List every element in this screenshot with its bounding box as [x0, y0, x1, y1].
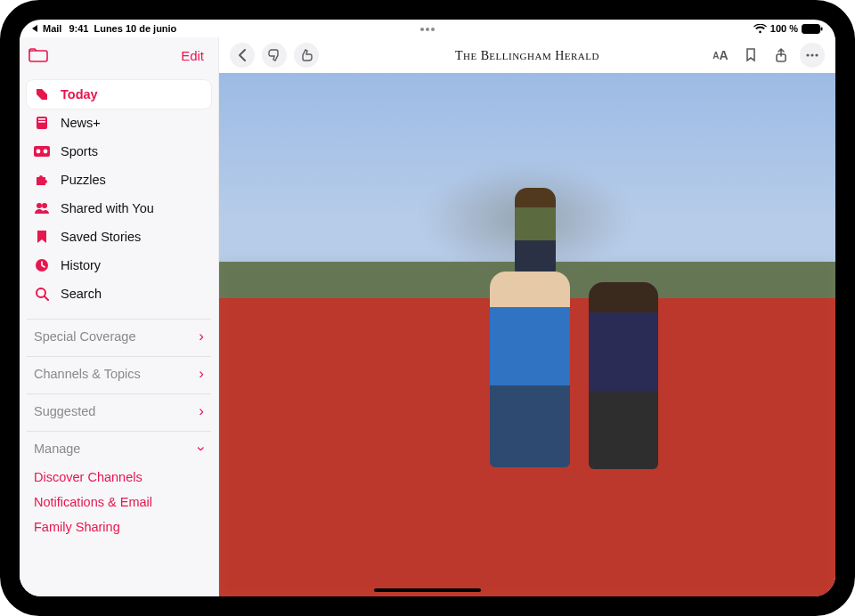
svg-point-10: [37, 150, 41, 154]
sidebar-section-label: Manage: [34, 442, 80, 456]
more-button[interactable]: [800, 43, 825, 68]
svg-point-11: [44, 150, 48, 154]
thumbs-down-button[interactable]: [262, 43, 287, 68]
search-icon: [34, 286, 50, 302]
svg-point-2: [431, 28, 435, 31]
sidebar-section-label: Suggested: [34, 404, 95, 418]
sidebar-section-label: Channels & Topics: [34, 367, 141, 381]
sidebar-section-channels-topics[interactable]: Channels & Topics ›: [27, 356, 211, 390]
back-to-app-label[interactable]: Mail: [43, 23, 61, 34]
svg-point-1: [426, 28, 429, 31]
svg-rect-3: [802, 24, 820, 33]
chevron-down-icon: ›: [192, 446, 210, 451]
sidebar-item-label: Puzzles: [61, 173, 106, 187]
chevron-right-icon: ›: [199, 328, 204, 345]
sidebar-item-today[interactable]: Today: [27, 80, 211, 109]
edit-button[interactable]: Edit: [181, 48, 204, 63]
sidebar-section-suggested[interactable]: Suggested ›: [27, 393, 211, 427]
newsplus-icon: [34, 115, 50, 131]
back-to-app-caret-icon[interactable]: [32, 25, 37, 32]
sidebar-section-label: Special Coverage: [34, 329, 135, 344]
back-button[interactable]: [230, 43, 255, 68]
bookmark-icon: [34, 229, 50, 245]
share-button[interactable]: [770, 44, 793, 67]
svg-rect-5: [29, 51, 47, 61]
photo-child-figure: [515, 188, 556, 275]
article-pane: THE BELLINGHAM HERALD AA: [219, 37, 835, 596]
text-size-button[interactable]: AA: [709, 44, 732, 67]
publication-title: THE BELLINGHAM HERALD: [455, 48, 599, 63]
thumbs-up-button[interactable]: [294, 43, 319, 68]
home-indicator[interactable]: [374, 588, 481, 592]
sidebar-item-label: Search: [61, 287, 102, 301]
article-toolbar: THE BELLINGHAM HERALD AA: [219, 37, 835, 73]
sidebar-item-shared[interactable]: Shared with You: [27, 194, 211, 223]
screen: Mail 9:41 Lunes 10 de junio 100 %: [20, 20, 835, 596]
sidebar-link-family-sharing[interactable]: Family Sharing: [27, 515, 211, 539]
bookmark-button[interactable]: [739, 44, 762, 67]
chevron-right-icon: ›: [199, 365, 204, 383]
sidebar-link-discover-channels[interactable]: Discover Channels: [27, 465, 211, 490]
scoreboard-icon: [34, 143, 50, 159]
people-icon: [34, 200, 50, 216]
photo-man-figure: [490, 272, 570, 467]
article-hero-image: [219, 73, 835, 596]
svg-point-19: [810, 53, 813, 56]
svg-rect-7: [38, 118, 45, 120]
svg-rect-8: [38, 121, 45, 123]
sidebar-item-saved[interactable]: Saved Stories: [27, 223, 211, 251]
sidebar-item-label: Shared with You: [61, 201, 154, 215]
sidebar-header: Edit: [20, 37, 218, 73]
sidebar-link-notifications-email[interactable]: Notifications & Email: [27, 490, 211, 515]
svg-point-0: [420, 28, 424, 31]
news-icon: [34, 86, 50, 102]
sidebar-item-label: Sports: [61, 144, 98, 158]
sidebar: Edit Today News+: [20, 37, 219, 596]
battery-label: 100 %: [770, 23, 798, 34]
folder-icon[interactable]: [28, 48, 48, 62]
photo-woman-figure: [589, 282, 658, 469]
svg-point-18: [806, 53, 809, 56]
sidebar-item-label: History: [61, 258, 101, 272]
wifi-icon: [753, 24, 767, 34]
multitask-dots-icon[interactable]: [419, 23, 436, 34]
sidebar-section-special-coverage[interactable]: Special Coverage ›: [27, 319, 211, 353]
svg-point-20: [815, 53, 818, 56]
puzzle-icon: [34, 172, 50, 188]
content-split: Edit Today News+: [20, 37, 835, 596]
sidebar-item-search[interactable]: Search: [27, 280, 211, 308]
sidebar-item-puzzles[interactable]: Puzzles: [27, 166, 211, 194]
svg-rect-4: [821, 27, 823, 30]
sidebar-list: Today News+ Sports: [20, 73, 218, 596]
status-bar: Mail 9:41 Lunes 10 de junio 100 %: [20, 20, 835, 37]
sidebar-item-label: Today: [61, 87, 98, 101]
sidebar-item-newsplus[interactable]: News+: [27, 109, 211, 137]
svg-point-12: [37, 203, 42, 208]
svg-line-16: [45, 296, 48, 300]
battery-icon: [802, 24, 823, 34]
sidebar-item-label: News+: [61, 116, 101, 130]
clock-icon: [34, 257, 50, 273]
chevron-right-icon: ›: [199, 402, 204, 420]
status-time: 9:41: [69, 23, 88, 34]
ipad-frame: Mail 9:41 Lunes 10 de junio 100 %: [0, 0, 855, 616]
sidebar-item-sports[interactable]: Sports: [27, 137, 211, 166]
sidebar-item-history[interactable]: History: [27, 251, 211, 280]
sidebar-item-label: Saved Stories: [61, 230, 141, 244]
status-date: Lunes 10 de junio: [94, 23, 176, 34]
sidebar-section-manage[interactable]: Manage ›: [27, 431, 211, 465]
svg-point-13: [42, 203, 47, 208]
